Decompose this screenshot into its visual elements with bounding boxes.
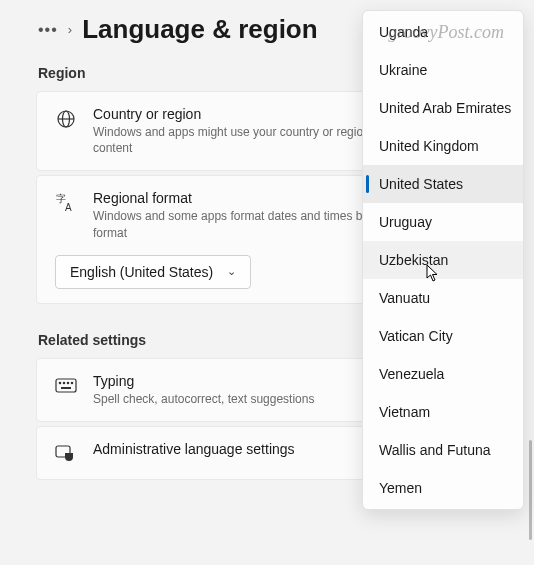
globe-icon <box>55 108 77 130</box>
dropdown-item[interactable]: Venezuela <box>363 355 523 393</box>
regional-format-select[interactable]: English (United States) ⌄ <box>55 255 251 289</box>
dropdown-item[interactable]: Uruguay <box>363 203 523 241</box>
dropdown-item[interactable]: Vanuatu <box>363 279 523 317</box>
chevron-right-icon: › <box>68 22 72 37</box>
select-value: English (United States) <box>70 264 213 280</box>
dropdown-item[interactable]: Ukraine <box>363 51 523 89</box>
svg-point-8 <box>67 382 68 383</box>
dropdown-item[interactable]: Uzbekistan <box>363 241 523 279</box>
admin-shield-icon <box>55 443 77 465</box>
dropdown-item[interactable]: United Arab Emirates <box>363 89 523 127</box>
scrollbar[interactable] <box>529 440 532 540</box>
country-dropdown[interactable]: UgandaUkraineUnited Arab EmiratesUnited … <box>362 10 524 510</box>
dropdown-item[interactable]: Vatican City <box>363 317 523 355</box>
svg-rect-10 <box>61 387 71 389</box>
dropdown-item[interactable]: Wallis and Futuna <box>363 431 523 469</box>
chevron-down-icon: ⌄ <box>227 265 236 278</box>
language-icon: 字 A <box>55 192 77 214</box>
dropdown-item[interactable]: Uganda <box>363 13 523 51</box>
keyboard-icon <box>55 375 77 397</box>
dropdown-item[interactable]: United States <box>363 165 523 203</box>
svg-point-7 <box>63 382 64 383</box>
more-icon[interactable]: ••• <box>38 21 58 39</box>
svg-point-9 <box>71 382 72 383</box>
page-title: Language & region <box>82 14 317 45</box>
dropdown-item[interactable]: United Kingdom <box>363 127 523 165</box>
dropdown-item[interactable]: Yemen <box>363 469 523 507</box>
svg-text:A: A <box>65 202 72 213</box>
dropdown-item[interactable]: Vietnam <box>363 393 523 431</box>
svg-point-6 <box>59 382 60 383</box>
svg-rect-5 <box>56 379 76 392</box>
